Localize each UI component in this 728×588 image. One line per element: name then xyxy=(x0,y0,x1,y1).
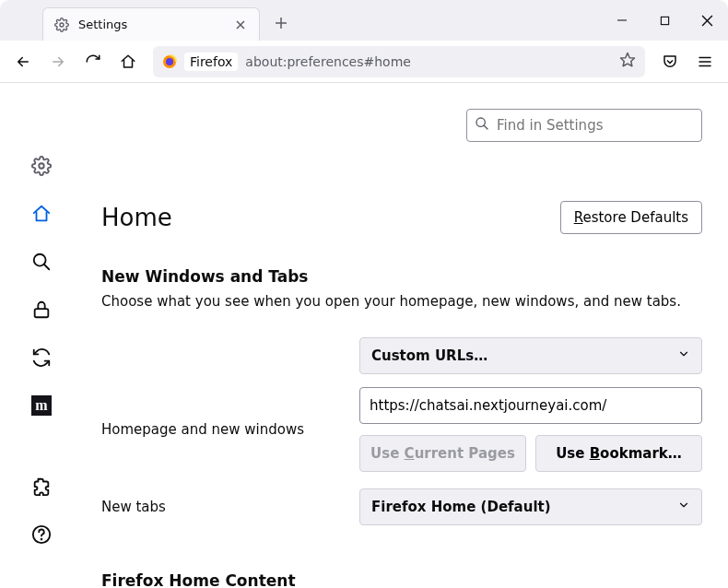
homepage-mode-value: Custom URLs… xyxy=(371,347,487,364)
identity-label: Firefox xyxy=(184,53,238,71)
newtabs-mode-select[interactable]: Firefox Home (Default) xyxy=(359,488,702,525)
sidebar-item-support[interactable] xyxy=(23,516,60,553)
pocket-button[interactable] xyxy=(654,46,686,77)
svg-point-9 xyxy=(41,539,42,540)
new-tab-button[interactable] xyxy=(267,9,295,37)
find-in-settings[interactable] xyxy=(466,109,702,142)
window-controls xyxy=(601,0,728,41)
back-button[interactable] xyxy=(7,46,39,77)
svg-marker-4 xyxy=(621,53,635,65)
newtabs-mode-value: Firefox Home (Default) xyxy=(371,499,551,515)
settings-main: Home Restore Defaults New Windows and Ta… xyxy=(83,83,728,588)
settings-sidebar: m xyxy=(0,83,83,588)
sidebar-item-search[interactable] xyxy=(23,243,60,280)
use-bookmark-button[interactable]: Use Bookmark… xyxy=(535,435,702,472)
homepage-url-input[interactable] xyxy=(359,387,702,424)
svg-rect-1 xyxy=(661,17,668,24)
svg-point-5 xyxy=(39,163,44,169)
navigation-toolbar: Firefox about:preferences#home xyxy=(0,41,728,83)
gear-icon xyxy=(54,18,69,32)
page-title: Home xyxy=(101,204,560,231)
sidebar-item-extensions[interactable] xyxy=(23,468,60,505)
title-bar: Settings xyxy=(0,0,728,41)
forward-button xyxy=(42,46,74,77)
url-bar[interactable]: Firefox about:preferences#home xyxy=(153,46,645,77)
reload-button[interactable] xyxy=(77,46,109,77)
firefox-logo-icon xyxy=(162,54,177,69)
section-new-windows-tabs: New Windows and Tabs xyxy=(101,267,702,286)
homepage-label: Homepage and new windows xyxy=(101,421,359,438)
use-current-pages-button: Use Current Pages xyxy=(359,435,526,472)
sidebar-item-more-mozilla[interactable]: m xyxy=(23,387,60,424)
settings-content: m Home Restore Defaults xyxy=(0,83,728,588)
browser-tab[interactable]: Settings xyxy=(42,7,260,41)
chevron-down-icon xyxy=(677,347,690,364)
home-button[interactable] xyxy=(112,46,144,77)
search-icon xyxy=(475,116,489,135)
app-menu-button[interactable] xyxy=(689,46,721,77)
minimize-button[interactable] xyxy=(601,0,643,41)
sidebar-item-sync[interactable] xyxy=(23,339,60,376)
homepage-mode-select[interactable]: Custom URLs… xyxy=(359,337,702,374)
section-firefox-home-content: Firefox Home Content xyxy=(101,571,702,588)
firefox-window: Settings xyxy=(0,0,728,588)
find-in-settings-input[interactable] xyxy=(497,117,694,134)
chevron-down-icon xyxy=(677,499,690,515)
svg-rect-7 xyxy=(35,309,49,317)
close-window-button[interactable] xyxy=(686,0,728,41)
url-path: about:preferences#home xyxy=(245,54,411,69)
sidebar-item-privacy[interactable] xyxy=(23,291,60,328)
tab-label: Settings xyxy=(78,18,224,31)
maximize-button[interactable] xyxy=(643,0,686,41)
sidebar-item-general[interactable] xyxy=(23,147,60,184)
bookmark-star-icon[interactable] xyxy=(619,52,636,72)
newtabs-label: New tabs xyxy=(101,499,359,515)
svg-point-0 xyxy=(60,23,64,27)
close-tab-icon[interactable] xyxy=(233,18,248,32)
section-description: Choose what you see when you open your h… xyxy=(101,293,702,310)
svg-point-3 xyxy=(166,58,173,65)
restore-defaults-button[interactable]: Restore Defaults xyxy=(560,201,702,234)
mozilla-icon: m xyxy=(31,395,52,416)
sidebar-item-home[interactable] xyxy=(23,195,60,232)
